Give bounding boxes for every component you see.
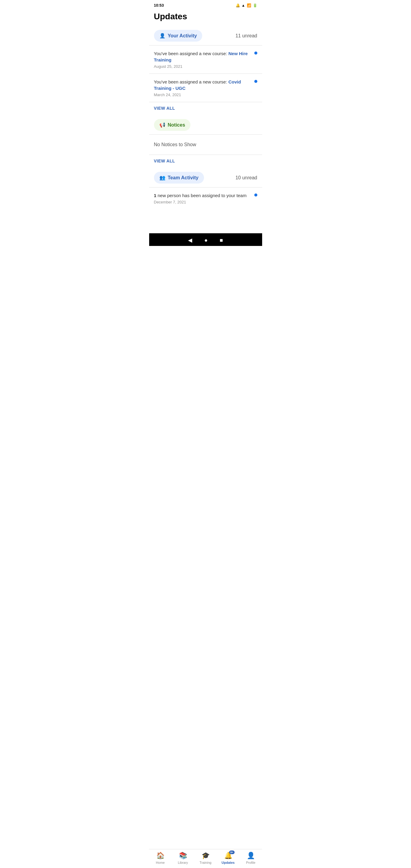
nav-item-home[interactable]: 🏠 Home bbox=[151, 852, 169, 864]
notices-tab[interactable]: 📢 Notices bbox=[154, 119, 191, 131]
notification-icon: 🔔 bbox=[235, 3, 240, 7]
signal-icon: 📶 bbox=[247, 3, 251, 7]
battery-icon: 🔋 bbox=[253, 3, 257, 7]
activity-item-text: You've been assigned a new course: Covid… bbox=[154, 79, 257, 91]
unread-dot-team bbox=[254, 193, 257, 196]
team-activity-unread: 10 unread bbox=[235, 175, 257, 181]
unread-dot-2 bbox=[254, 80, 257, 83]
nav-label-library: Library bbox=[178, 861, 188, 864]
library-icon: 📚 bbox=[179, 852, 187, 860]
nav-label-home: Home bbox=[156, 861, 164, 864]
activity-item[interactable]: You've been assigned a new course: Covid… bbox=[149, 74, 262, 102]
your-activity-header: 👤 Your Activity 11 unread bbox=[149, 26, 262, 45]
your-activity-unread: 11 unread bbox=[235, 33, 257, 38]
nav-label-updates: Updates bbox=[221, 861, 234, 864]
team-activity-label: Team Activity bbox=[168, 175, 198, 181]
activity-prefix-2: You've been assigned a new course: bbox=[154, 79, 229, 84]
team-activity-text: 1 new person has been assigned to your t… bbox=[154, 192, 257, 198]
updates-icon: 🔔 9+ bbox=[224, 852, 232, 860]
megaphone-icon: 📢 bbox=[159, 122, 165, 128]
no-notices-text: No Notices to Show bbox=[149, 135, 262, 155]
your-activity-tab[interactable]: 👤 Your Activity bbox=[154, 30, 202, 41]
activity-prefix-1: You've been assigned a new course: bbox=[154, 51, 229, 56]
status-bar: 10:53 🔔 ▲ 📶 🔋 bbox=[149, 0, 262, 9]
activity-date-1: August 25, 2021 bbox=[154, 64, 257, 69]
person-icon: 👤 bbox=[159, 33, 165, 38]
notices-label: Notices bbox=[168, 122, 185, 128]
team-activity-date: December 7, 2021 bbox=[154, 200, 257, 204]
notices-view-all[interactable]: VIEW ALL bbox=[149, 155, 262, 168]
recents-button[interactable]: ■ bbox=[220, 237, 223, 244]
team-count: 1 bbox=[154, 193, 156, 198]
activity-item[interactable]: You've been assigned a new course: New H… bbox=[149, 45, 262, 73]
wifi-icon: ▲ bbox=[242, 3, 245, 7]
status-time: 10:53 bbox=[154, 3, 164, 7]
android-nav-bar: ◀ ● ■ bbox=[149, 233, 262, 246]
nav-label-profile: Profile bbox=[246, 861, 255, 864]
status-icons: 🔔 ▲ 📶 🔋 bbox=[235, 3, 257, 7]
nav-item-profile[interactable]: 👤 Profile bbox=[242, 852, 260, 864]
nav-item-training[interactable]: 🎓 Training bbox=[196, 852, 215, 864]
home-icon: 🏠 bbox=[156, 852, 164, 860]
profile-icon: 👤 bbox=[247, 852, 255, 860]
your-activity-label: Your Activity bbox=[168, 33, 197, 38]
bottom-nav: 🏠 Home 📚 Library 🎓 Training 🔔 9+ Updates… bbox=[149, 849, 262, 868]
updates-badge: 9+ bbox=[229, 850, 234, 854]
nav-label-training: Training bbox=[199, 861, 211, 864]
unread-dot-1 bbox=[254, 52, 257, 55]
team-activity-tab[interactable]: 👥 Team Activity bbox=[154, 172, 204, 184]
people-icon: 👥 bbox=[159, 175, 165, 181]
team-activity-item[interactable]: 1 new person has been assigned to your t… bbox=[149, 187, 262, 209]
activity-item-text: You've been assigned a new course: New H… bbox=[154, 50, 257, 63]
training-icon: 🎓 bbox=[201, 852, 210, 860]
page-title: Updates bbox=[149, 9, 262, 26]
nav-item-library[interactable]: 📚 Library bbox=[174, 852, 192, 864]
team-activity-header: 👥 Team Activity 10 unread bbox=[149, 168, 262, 187]
main-content: 👤 Your Activity 11 unread You've been as… bbox=[149, 26, 262, 233]
nav-item-updates[interactable]: 🔔 9+ Updates bbox=[219, 852, 237, 864]
back-button[interactable]: ◀ bbox=[188, 237, 192, 244]
your-activity-view-all[interactable]: VIEW ALL bbox=[149, 102, 262, 116]
activity-date-2: March 24, 2021 bbox=[154, 93, 257, 97]
notices-header: 📢 Notices bbox=[149, 116, 262, 134]
team-activity-description: new person has been assigned to your tea… bbox=[156, 193, 247, 198]
home-button[interactable]: ● bbox=[204, 237, 208, 244]
